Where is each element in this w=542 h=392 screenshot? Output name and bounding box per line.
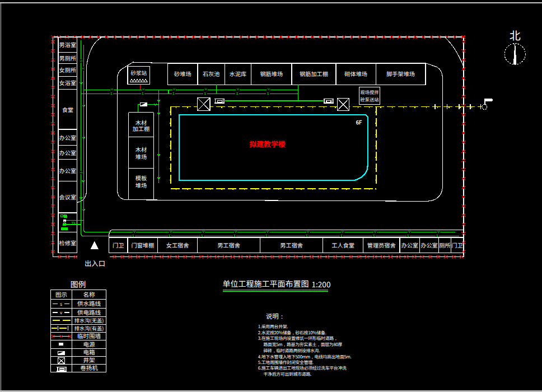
svg-text:2.水泥按20%储备，砂石按10%储备.: 2.水泥按20%储备，砂石按10%储备. bbox=[258, 330, 326, 336]
svg-text:出入口: 出入口 bbox=[85, 258, 105, 268]
svg-text:办公室: 办公室 bbox=[59, 133, 77, 142]
svg-text:石灰池: 石灰池 bbox=[203, 69, 220, 78]
svg-text:堆场: 堆场 bbox=[136, 181, 147, 189]
svg-text:1:200: 1:200 bbox=[312, 278, 331, 290]
svg-text:3.在施工现场内设置修筑一环形临时道路，: 3.在施工现场内设置修筑一环形临时道路， bbox=[258, 335, 338, 342]
svg-text:井架: 井架 bbox=[83, 356, 95, 365]
svg-text:砂堆场: 砂堆场 bbox=[174, 69, 191, 78]
svg-text:门窗堆棚: 门窗堆棚 bbox=[131, 241, 154, 249]
svg-text:工人食堂: 工人食堂 bbox=[331, 241, 354, 249]
svg-text:卷扬机: 卷扬机 bbox=[80, 364, 98, 372]
svg-text:办公室: 办公室 bbox=[420, 241, 438, 249]
svg-text:门卫: 门卫 bbox=[451, 241, 462, 249]
svg-text:v: v bbox=[81, 67, 86, 69]
svg-text:管理员宿舍: 管理员宿舍 bbox=[367, 241, 396, 249]
svg-text:水泥库: 水泥库 bbox=[230, 69, 247, 78]
svg-text:办公室: 办公室 bbox=[59, 148, 77, 157]
svg-text:加工棚: 加工棚 bbox=[133, 124, 150, 133]
svg-text:脚手架堆场: 脚手架堆场 bbox=[386, 69, 415, 78]
svg-text:堆场: 堆场 bbox=[136, 152, 147, 161]
svg-text:女厕所: 女厕所 bbox=[59, 66, 77, 74]
svg-text:钢筋加工棚: 钢筋加工棚 bbox=[300, 69, 328, 78]
svg-text:6.施工车辆进出工地现场必须经过洗车平台冲洗: 6.施工车辆进出工地现场必须经过洗车平台冲洗 bbox=[258, 365, 347, 371]
svg-text:s: s bbox=[73, 220, 75, 225]
svg-text:男浴室: 男浴室 bbox=[59, 40, 77, 49]
svg-text:临时围墙: 临时围墙 bbox=[77, 332, 101, 340]
svg-text:干净后方可出到城市道路.: 干净后方可出到城市道路. bbox=[264, 371, 311, 377]
svg-text:厕所: 厕所 bbox=[439, 241, 450, 249]
svg-text:路面宽5m，路基为夯实素土，面层为80厚: 路面宽5m，路基为夯实素土，面层为80厚 bbox=[264, 342, 343, 348]
svg-text:电箱: 电箱 bbox=[83, 348, 95, 357]
svg-text:单位工程施工平面布置图: 单位工程施工平面布置图 bbox=[223, 278, 309, 290]
svg-text:说明：: 说明： bbox=[266, 312, 286, 321]
svg-text:6F: 6F bbox=[356, 118, 362, 126]
svg-text:供水路线: 供水路线 bbox=[77, 300, 101, 308]
svg-text:碎砖，临时道路两侧设排水沟.: 碎砖，临时道路两侧设排水沟. bbox=[264, 348, 320, 354]
svg-text:s: s bbox=[60, 301, 62, 307]
svg-text:砌体堆场: 砌体堆场 bbox=[344, 69, 367, 78]
svg-text:砼泵送站: 砼泵送站 bbox=[361, 96, 379, 103]
svg-text:女工宿舍: 女工宿舍 bbox=[166, 241, 189, 249]
svg-text:图示: 图示 bbox=[55, 291, 67, 299]
svg-text:办公室: 办公室 bbox=[401, 241, 418, 249]
svg-text:砂浆站: 砂浆站 bbox=[130, 69, 147, 77]
svg-text:男工宿舍: 男工宿舍 bbox=[280, 241, 303, 249]
svg-text:男工宿舍: 男工宿舍 bbox=[217, 241, 240, 249]
svg-text:男厕所: 男厕所 bbox=[59, 54, 77, 62]
svg-text:拟建教学楼: 拟建教学楼 bbox=[250, 138, 286, 149]
svg-text:1.采用两台井架.: 1.采用两台井架. bbox=[258, 324, 288, 330]
svg-text:排水沟(无盖): 排水沟(无盖) bbox=[74, 316, 104, 324]
svg-text:电源: 电源 bbox=[83, 340, 95, 349]
svg-text:食堂: 食堂 bbox=[62, 105, 73, 114]
svg-text:排水沟(有盖): 排水沟(有盖) bbox=[74, 324, 104, 332]
svg-text:现场搅拌: 现场搅拌 bbox=[361, 89, 379, 96]
svg-text:会议室: 会议室 bbox=[59, 193, 77, 201]
svg-text:检修室: 检修室 bbox=[59, 239, 77, 247]
svg-text:图例: 图例 bbox=[71, 278, 86, 290]
svg-text:钢筋堆场: 钢筋堆场 bbox=[260, 69, 283, 78]
svg-text:北: 北 bbox=[510, 27, 521, 43]
svg-text:门卫: 门卫 bbox=[113, 241, 124, 249]
svg-text:供电路线: 供电路线 bbox=[77, 309, 101, 317]
svg-text:办公室: 办公室 bbox=[59, 166, 77, 175]
svg-text:名称: 名称 bbox=[83, 291, 95, 299]
svg-text:女浴室: 女浴室 bbox=[59, 78, 77, 87]
